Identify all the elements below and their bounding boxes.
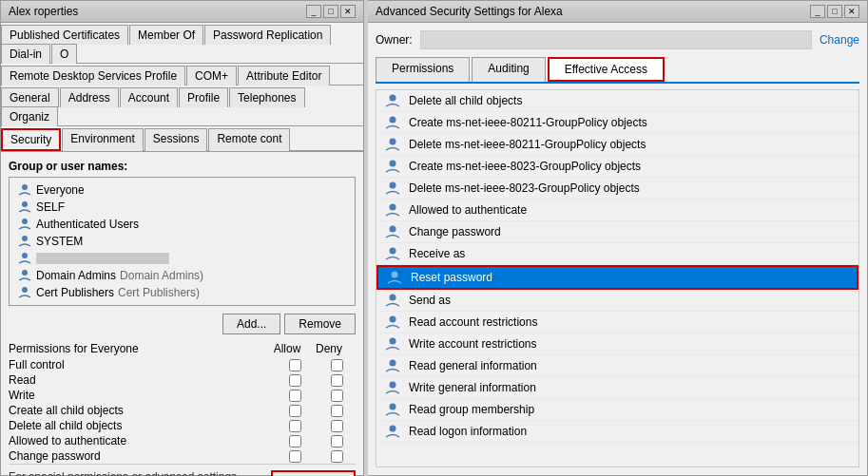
tab-organization[interactable]: Organiz bbox=[1, 106, 58, 126]
list-item-reset-password[interactable]: Reset password bbox=[376, 265, 858, 290]
list-item[interactable]: Delete all child objects bbox=[376, 90, 858, 112]
tab-dial-in[interactable]: Dial-in bbox=[1, 44, 50, 64]
list-item[interactable]: Create ms-net-ieee-8023-GroupPolicy obje… bbox=[376, 156, 858, 178]
list-item[interactable]: Write general information bbox=[376, 377, 858, 399]
perm-checks bbox=[276, 405, 356, 417]
perm-name: Create ms-net-ieee-80211-GroupPolicy obj… bbox=[409, 116, 851, 129]
list-item[interactable]: Send as bbox=[376, 290, 858, 312]
user-icon bbox=[386, 270, 403, 285]
svg-point-20 bbox=[390, 382, 396, 389]
user-icon bbox=[17, 286, 32, 299]
perm-name: Write general information bbox=[409, 381, 851, 394]
list-item[interactable]: Everyone bbox=[13, 181, 351, 199]
deny-check[interactable] bbox=[318, 374, 356, 387]
perm-name: Create all child objects bbox=[9, 404, 276, 417]
list-item[interactable]: Change password bbox=[376, 221, 858, 243]
right-dialog-title: Advanced Security Settings for Alexa bbox=[376, 5, 563, 18]
dialog-title: Alex roperties bbox=[9, 5, 78, 18]
tab-remote-control[interactable]: Remote cont bbox=[208, 128, 290, 151]
perm-checks bbox=[276, 359, 356, 371]
list-item[interactable]: Domain Admins Domain Admins) bbox=[13, 267, 351, 284]
svg-point-21 bbox=[390, 404, 396, 410]
tab-security[interactable]: Security bbox=[1, 128, 61, 151]
tab-telephones[interactable]: Telephones bbox=[229, 87, 304, 107]
owner-value bbox=[420, 30, 812, 49]
list-item[interactable]: Read logon information bbox=[376, 421, 858, 443]
user-name-secondary: Domain Admins) bbox=[120, 269, 203, 282]
tab-sessions[interactable]: Sessions bbox=[145, 128, 208, 151]
tab-environment[interactable]: Environment bbox=[62, 128, 143, 151]
tab-account[interactable]: Account bbox=[120, 87, 178, 107]
deny-check[interactable] bbox=[318, 359, 356, 371]
allow-check[interactable] bbox=[276, 435, 314, 447]
list-item[interactable]: Write account restrictions bbox=[376, 333, 858, 355]
list-item[interactable]: Receive as bbox=[376, 243, 858, 265]
perm-row-allowed-auth: Allowed to authenticate bbox=[9, 433, 356, 448]
tab-published-certificates[interactable]: Published Certificates bbox=[1, 25, 128, 45]
tab-address[interactable]: Address bbox=[60, 87, 119, 107]
list-item[interactable]: Read account restrictions bbox=[376, 312, 858, 333]
tab-password-replication[interactable]: Password Replication bbox=[204, 25, 331, 45]
deny-check[interactable] bbox=[318, 390, 356, 402]
allow-check[interactable] bbox=[276, 420, 314, 432]
tab-com[interactable]: COM+ bbox=[186, 66, 237, 86]
permissions-section: Permissions for Everyone Allow Deny Full… bbox=[9, 342, 356, 464]
user-icon bbox=[384, 246, 401, 261]
perm-row-create-all: Create all child objects bbox=[9, 403, 356, 418]
right-minimize-button[interactable]: _ bbox=[810, 5, 825, 18]
change-link[interactable]: Change bbox=[820, 33, 859, 47]
tab-auditing[interactable]: Auditing bbox=[472, 57, 545, 82]
tab-o[interactable]: O bbox=[51, 44, 77, 64]
perm-name: Receive as bbox=[409, 247, 851, 260]
advanced-description: For special permissions or advanced sett… bbox=[9, 470, 263, 476]
svg-point-7 bbox=[390, 95, 396, 102]
allow-check[interactable] bbox=[276, 450, 314, 463]
svg-point-15 bbox=[392, 272, 398, 278]
right-close-button[interactable]: ✕ bbox=[844, 5, 859, 18]
user-icon bbox=[384, 137, 401, 152]
minimize-button[interactable]: _ bbox=[306, 5, 321, 18]
tab-row-2: Remote Desktop Services Profile COM+ Att… bbox=[1, 64, 363, 86]
deny-check[interactable] bbox=[318, 420, 356, 432]
right-maximize-button[interactable]: □ bbox=[827, 5, 842, 18]
svg-point-16 bbox=[390, 295, 396, 301]
tab-profile[interactable]: Profile bbox=[179, 87, 228, 107]
deny-check[interactable] bbox=[318, 405, 356, 417]
owner-row: Owner: Change bbox=[376, 30, 859, 49]
allow-check[interactable] bbox=[276, 374, 314, 387]
tab-remote-desktop[interactable]: Remote Desktop Services Profile bbox=[1, 66, 185, 86]
tab-member-of[interactable]: Member Of bbox=[129, 25, 203, 45]
close-button[interactable]: ✕ bbox=[340, 5, 356, 18]
svg-point-10 bbox=[390, 161, 396, 167]
user-icon bbox=[17, 235, 32, 248]
allow-check[interactable] bbox=[276, 405, 314, 417]
properties-dialog: Alex roperties _ □ ✕ Published Certifica… bbox=[0, 0, 364, 476]
svg-point-18 bbox=[390, 338, 396, 345]
list-item[interactable]: Allowed to authenticate bbox=[376, 200, 858, 221]
perm-name: Full control bbox=[9, 358, 276, 371]
list-item[interactable]: SELF bbox=[13, 199, 351, 216]
allow-check[interactable] bbox=[276, 390, 314, 402]
list-item[interactable]: SYSTEM bbox=[13, 233, 351, 250]
advanced-button[interactable]: Advanced bbox=[271, 470, 356, 476]
deny-check[interactable] bbox=[318, 450, 356, 463]
remove-button[interactable]: Remove bbox=[284, 314, 356, 334]
deny-check[interactable] bbox=[318, 435, 356, 447]
list-item[interactable]: Read group membership bbox=[376, 399, 858, 421]
list-item[interactable]: Delete ms-net-ieee-80211-GroupPolicy obj… bbox=[376, 134, 858, 156]
maximize-button[interactable]: □ bbox=[323, 5, 338, 18]
list-item[interactable]: Cert Publishers Cert Publishers) bbox=[13, 284, 351, 301]
add-button[interactable]: Add... bbox=[222, 314, 280, 334]
list-item[interactable]: Delete ms-net-ieee-8023-GroupPolicy obje… bbox=[376, 178, 858, 200]
tab-general[interactable]: General bbox=[1, 87, 59, 107]
tab-effective-access[interactable]: Effective Access bbox=[548, 57, 665, 82]
list-item[interactable]: Authenticated Users bbox=[13, 216, 351, 233]
tab-attribute-editor[interactable]: Attribute Editor bbox=[238, 66, 330, 86]
tab-permissions[interactable]: Permissions bbox=[376, 57, 470, 82]
list-item[interactable]: Create ms-net-ieee-80211-GroupPolicy obj… bbox=[376, 112, 858, 134]
perm-checks bbox=[276, 374, 356, 387]
list-item[interactable] bbox=[13, 250, 351, 267]
list-item[interactable]: Read general information bbox=[376, 355, 858, 377]
allow-check[interactable] bbox=[276, 359, 314, 371]
perm-name: Reset password bbox=[411, 271, 849, 284]
